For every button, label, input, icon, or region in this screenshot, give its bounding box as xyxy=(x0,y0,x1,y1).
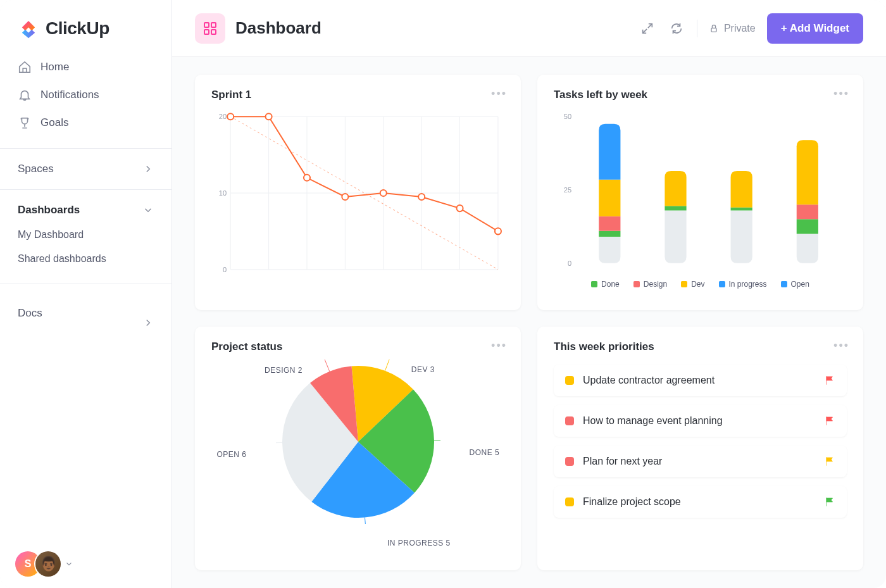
widget-title: Sprint 1 xyxy=(211,89,504,101)
sidebar-item-notifications[interactable]: Notifications xyxy=(11,81,160,109)
status-badge xyxy=(565,497,574,506)
nav-spaces-section: Spaces xyxy=(0,148,172,189)
widget-tasks: Tasks left by week ••• 02550 DoneDesignD… xyxy=(537,75,863,310)
legend-item: Design xyxy=(633,280,667,289)
user-avatars[interactable]: S 👨🏾 xyxy=(0,540,172,588)
pie-slice-label: IN PROGRESS 5 xyxy=(387,539,451,547)
nav-heading-label: Dashboards xyxy=(18,204,80,216)
status-badge xyxy=(565,416,574,425)
expand-icon xyxy=(640,22,654,35)
sidebar-item-label: Goals xyxy=(41,116,68,129)
nav-dashboards-section: Dashboards My Dashboard Shared dashboard… xyxy=(0,189,172,284)
priority-item[interactable]: Finalize project scope xyxy=(554,486,847,518)
pie-slice-label: OPEN 6 xyxy=(217,450,247,459)
expand-button[interactable] xyxy=(639,20,656,37)
svg-text:0: 0 xyxy=(223,266,227,273)
sprint-burndown-chart: 01020 xyxy=(211,108,504,285)
widget-project-status: Project status ••• DEV 3DONE 5IN PROGRES… xyxy=(195,327,521,571)
widget-sprint: Sprint 1 ••• 01020 xyxy=(195,75,521,310)
widget-menu[interactable]: ••• xyxy=(491,87,507,101)
widget-priorities: This week priorities ••• Update contract… xyxy=(537,327,863,571)
svg-point-24 xyxy=(380,190,387,196)
priority-item[interactable]: Update contractor agreement xyxy=(554,365,847,396)
widget-menu[interactable]: ••• xyxy=(833,339,849,353)
page-title: Dashboard xyxy=(235,18,321,38)
chevron-right-icon xyxy=(142,317,154,328)
priority-item[interactable]: How to manage event planning xyxy=(554,405,847,437)
refresh-button[interactable] xyxy=(668,20,685,37)
svg-rect-1 xyxy=(211,23,216,27)
tasks-bar-chart: 02550 xyxy=(554,108,847,272)
svg-point-26 xyxy=(457,205,463,211)
nav-heading-label: Spaces xyxy=(18,163,54,175)
legend-item: Done xyxy=(591,280,620,289)
caret-down-icon xyxy=(65,560,73,568)
sidebar-item-spaces[interactable]: Spaces xyxy=(0,159,172,179)
sidebar: ClickUp Home Notifications Goals Spaces xyxy=(0,0,172,588)
widget-title: This week priorities xyxy=(554,341,847,353)
svg-rect-4 xyxy=(711,28,716,32)
sidebar-item-label: Notifications xyxy=(41,89,99,101)
home-icon xyxy=(18,60,32,74)
svg-point-21 xyxy=(266,113,272,120)
sidebar-item-home[interactable]: Home xyxy=(11,53,160,81)
priority-title: Update contractor agreement xyxy=(583,375,815,386)
trophy-icon xyxy=(18,116,32,130)
nav-docs-section: Docs xyxy=(0,284,172,342)
legend-item: Dev xyxy=(681,280,704,289)
sidebar-item-my-dashboard[interactable]: My Dashboard xyxy=(0,223,172,247)
bar-legend: DoneDesignDevIn progressOpen xyxy=(554,280,847,289)
svg-text:50: 50 xyxy=(564,113,571,120)
flag-icon xyxy=(824,496,835,508)
svg-text:0: 0 xyxy=(568,260,571,267)
svg-rect-2 xyxy=(204,30,209,34)
sidebar-item-docs[interactable]: Docs xyxy=(0,294,172,332)
svg-point-27 xyxy=(495,228,501,234)
svg-point-25 xyxy=(418,194,425,200)
widget-menu[interactable]: ••• xyxy=(833,87,849,101)
svg-rect-3 xyxy=(211,30,216,34)
privacy-toggle[interactable]: Private xyxy=(709,23,756,34)
priority-title: Plan for next year xyxy=(583,456,815,467)
priority-title: Finalize project scope xyxy=(583,496,815,508)
svg-point-20 xyxy=(227,113,234,120)
sidebar-item-shared-dashboards[interactable]: Shared dashboards xyxy=(0,247,172,271)
add-widget-button[interactable]: + Add Widget xyxy=(767,13,863,44)
priority-title: How to manage event planning xyxy=(583,415,815,427)
legend-item: In progress xyxy=(719,280,767,289)
pie-chart-container: DEV 3DONE 5IN PROGRESS 5OPEN 6DESIGN 2 xyxy=(211,360,504,549)
clickup-logo-icon xyxy=(18,18,39,39)
logo[interactable]: ClickUp xyxy=(0,0,172,51)
status-badge xyxy=(565,376,574,385)
sidebar-item-label: Home xyxy=(41,61,69,73)
chevron-right-icon xyxy=(142,163,154,175)
avatar: 👨🏾 xyxy=(35,551,61,577)
pie-slice-label: DONE 5 xyxy=(469,448,499,457)
bell-icon xyxy=(18,88,32,102)
pie-slice-label: DEV 3 xyxy=(411,365,435,374)
widget-title: Project status xyxy=(211,341,504,353)
flag-icon xyxy=(824,456,835,467)
lock-icon xyxy=(709,23,719,34)
svg-text:25: 25 xyxy=(564,186,571,194)
svg-text:10: 10 xyxy=(219,189,227,197)
nav-heading-label: Docs xyxy=(18,307,42,320)
priority-item[interactable]: Plan for next year xyxy=(554,446,847,477)
status-badge xyxy=(565,457,574,466)
chevron-down-icon xyxy=(142,204,154,216)
svg-rect-0 xyxy=(204,23,209,27)
sidebar-item-goals[interactable]: Goals xyxy=(11,109,160,137)
svg-text:20: 20 xyxy=(219,113,227,120)
svg-point-23 xyxy=(342,194,348,200)
widget-menu[interactable]: ••• xyxy=(491,339,507,353)
privacy-label: Private xyxy=(724,23,756,34)
priorities-list: Update contractor agreement How to manag… xyxy=(554,365,847,518)
widget-title: Tasks left by week xyxy=(554,89,847,101)
refresh-icon xyxy=(670,22,683,35)
topbar: Dashboard Private + Add Widget xyxy=(172,0,886,57)
brand-name: ClickUp xyxy=(46,18,109,39)
dashboard-icon xyxy=(195,13,225,44)
dashboard-grid: Sprint 1 ••• 01020 Tasks left by week ••… xyxy=(172,57,886,588)
sidebar-item-dashboards[interactable]: Dashboards xyxy=(0,200,172,220)
svg-point-22 xyxy=(304,175,310,181)
